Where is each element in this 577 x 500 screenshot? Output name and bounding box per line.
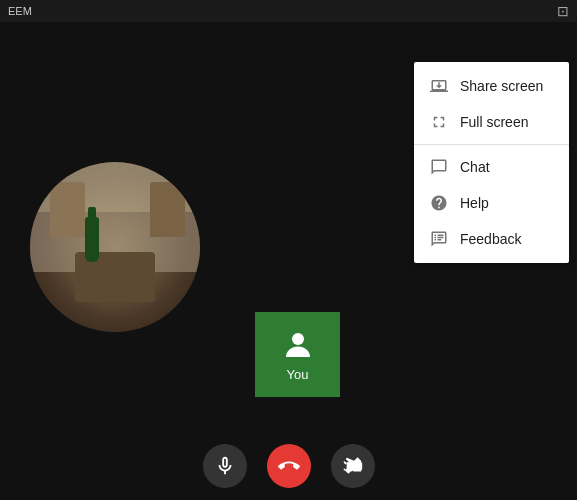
help-label: Help [460,195,489,211]
fullscreen-icon [430,113,448,131]
mic-icon [214,455,236,477]
camera-off-icon [342,455,364,477]
you-avatar-icon [280,327,316,363]
you-tile: You [255,312,340,397]
help-icon [430,194,448,212]
controls-bar [0,440,577,500]
mic-button[interactable] [203,444,247,488]
feedback-label: Feedback [460,231,521,247]
end-call-icon [278,455,300,477]
caller-avatar [30,162,200,332]
title-bar: EEM ⊡ [0,0,577,22]
share-screen-label: Share screen [460,78,543,94]
chat-label: Chat [460,159,490,175]
menu-item-feedback[interactable]: Feedback [414,221,569,257]
window-resize-icon[interactable]: ⊡ [557,3,569,19]
svg-point-0 [292,333,304,345]
menu-item-chat[interactable]: Chat [414,149,569,185]
menu-divider-1 [414,144,569,145]
end-call-button[interactable] [267,444,311,488]
you-label: You [287,367,309,382]
context-menu: Share screen Full screen Chat Help [414,62,569,263]
menu-item-share-screen[interactable]: Share screen [414,68,569,104]
chat-icon [430,158,448,176]
share-screen-icon [430,77,448,95]
feedback-icon [430,230,448,248]
menu-item-help[interactable]: Help [414,185,569,221]
app-title: EEM [8,5,32,17]
menu-item-full-screen[interactable]: Full screen [414,104,569,140]
video-area: You Share screen Full screen Chat [0,22,577,500]
camera-off-button[interactable] [331,444,375,488]
full-screen-label: Full screen [460,114,528,130]
